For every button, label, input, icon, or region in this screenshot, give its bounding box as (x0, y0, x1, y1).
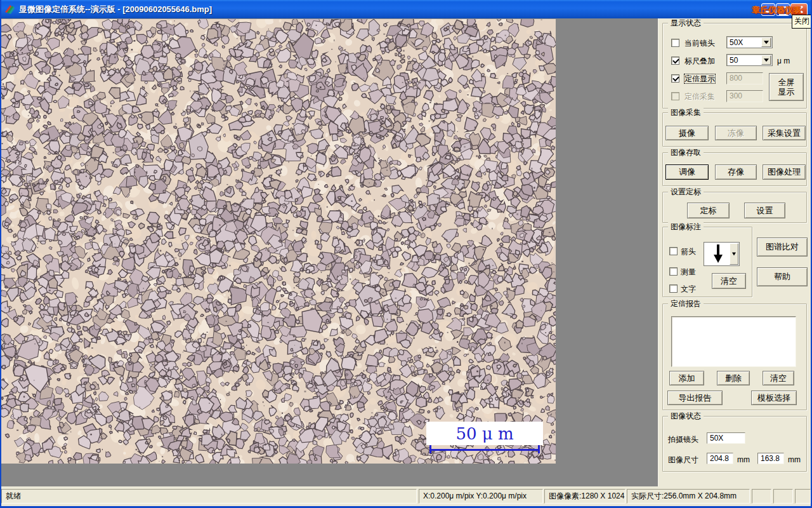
image-process-button[interactable]: 图像处理 (763, 164, 806, 180)
arrow-combo-dropdown-icon[interactable] (730, 243, 738, 265)
status-spare-3 (795, 489, 811, 504)
group-annotation: 图像标注 箭头 测量 文字 清空 (662, 227, 752, 297)
fullscreen-button[interactable]: 全屏 显示 (769, 73, 804, 101)
group-display-status: 显示状态 当前镜头 50X 标尺叠加 50 μ m 定倍显示 800 定倍采集 … (662, 23, 807, 109)
checkbox-fixed-display[interactable] (671, 74, 679, 83)
status-spare-1 (752, 489, 771, 504)
label-text: 文字 (681, 284, 696, 293)
checkbox-measure[interactable] (669, 267, 678, 276)
input-fixed-display: 800 (726, 72, 763, 84)
title-bar: 显微图像定倍系统--演示版 - [20090602055646.bmp] 章丘仪… (0, 0, 812, 18)
freeze-button: 冻像 (715, 126, 757, 140)
group-storage-label: 图像存取 (668, 148, 704, 157)
image-client-area: 50 μ m (1, 18, 658, 486)
scale-bar-text: 50 μ m (455, 424, 513, 443)
control-sidebar: 显示状态 当前镜头 50X 标尺叠加 50 μ m 定倍显示 800 定倍采集 … (658, 18, 811, 486)
combo-scale-dropdown-icon[interactable] (761, 55, 771, 65)
close-tooltip: 关闭 (792, 15, 812, 29)
group-annotation-label: 图像标注 (668, 222, 704, 231)
input-image-width: 204.8 (707, 453, 733, 464)
group-acquisition: 图像采集 摄像 冻像 采集设置 (662, 112, 807, 147)
status-ready: 就绪 (1, 489, 417, 504)
group-display-status-label: 显示状态 (668, 18, 704, 27)
report-delete-button[interactable]: 删除 (717, 371, 750, 385)
group-calibration-label: 设置定标 (668, 187, 704, 196)
arrow-style-combo[interactable] (704, 242, 740, 266)
scale-bar-tick-left (429, 445, 431, 453)
label-image-size: 图像尺寸 (668, 455, 698, 464)
width-unit-label: mm (737, 455, 750, 464)
checkbox-text[interactable] (669, 284, 678, 293)
export-report-button[interactable]: 导出报告 (667, 391, 723, 405)
load-image-button[interactable]: 调像 (665, 164, 709, 180)
label-fixed-display: 定倍显示 (684, 74, 715, 83)
acquisition-settings-button[interactable]: 采集设置 (763, 126, 806, 140)
status-pixel-scale: X:0.200μ m/pix Y:0.200μ m/pix (419, 489, 543, 504)
group-storage: 图像存取 调像 存像 图像处理 (662, 152, 807, 186)
label-fixed-capture: 定倍采集 (684, 92, 715, 101)
label-measure: 测量 (681, 267, 696, 276)
scale-unit-label: μ m (777, 57, 790, 65)
status-actual-size: 实际尺寸:256.0mm X 204.8mm (627, 489, 750, 504)
scale-bar-tick-right (538, 445, 540, 453)
down-arrow-icon (712, 243, 724, 265)
scale-bar-line (430, 449, 540, 451)
combo-current-lens-dropdown-icon[interactable] (761, 37, 771, 47)
report-add-button[interactable]: 添加 (669, 371, 704, 385)
app-window: 显微图像定倍系统--演示版 - [20090602055646.bmp] 章丘仪… (0, 0, 812, 508)
report-clear-button[interactable]: 清空 (763, 371, 794, 385)
annotation-clear-button[interactable]: 清空 (712, 273, 746, 289)
help-button[interactable]: 帮助 (757, 267, 808, 286)
save-image-button[interactable]: 存像 (715, 164, 757, 180)
status-bar: 就绪 X:0.200μ m/pix Y:0.200μ m/pix 图像像素:12… (0, 486, 812, 506)
combo-current-lens[interactable]: 50X (726, 36, 773, 48)
capture-button[interactable]: 摄像 (665, 126, 709, 140)
window-border-left (0, 0, 1, 508)
checkbox-scale-overlay[interactable] (671, 57, 679, 65)
combo-current-lens-value: 50X (730, 38, 743, 47)
checkbox-arrow[interactable] (669, 247, 678, 255)
scale-bar-overlay: 50 μ m (426, 422, 543, 445)
label-scale-overlay: 标尺叠加 (684, 57, 715, 65)
label-current-lens: 当前镜头 (684, 39, 715, 48)
group-image-status: 图像状态 拍摄镜头 50X 图像尺寸 204.8 mm 163.8 mm (662, 416, 807, 472)
group-report-label: 定倍报告 (668, 299, 704, 308)
template-select-button[interactable]: 模板选择 (751, 391, 797, 405)
height-unit-label: mm (788, 455, 801, 464)
group-calibration: 设置定标 定标 设置 (662, 192, 807, 223)
input-shooting-lens: 50X (707, 432, 745, 444)
checkbox-current-lens[interactable] (671, 39, 679, 47)
checkbox-fixed-capture (671, 92, 679, 100)
app-icon (4, 3, 15, 15)
group-report: 定倍报告 添加 删除 清空 导出报告 模板选择 (662, 304, 807, 410)
calibrate-button[interactable]: 定标 (687, 203, 730, 218)
label-shooting-lens: 拍摄镜头 (668, 435, 698, 444)
window-title: 显微图像定倍系统--演示版 - [20090602055646.bmp] (19, 0, 212, 18)
input-image-height: 163.8 (757, 453, 784, 464)
group-image-status-label: 图像状态 (668, 411, 704, 420)
status-image-pixels: 图像像素:1280 X 1024 (544, 489, 625, 504)
combo-scale-value[interactable]: 50 (726, 54, 773, 66)
calibration-settings-button[interactable]: 设置 (744, 203, 785, 218)
atlas-compare-button[interactable]: 图谱比对 (757, 237, 808, 257)
combo-scale-value-text: 50 (730, 56, 738, 65)
group-acquisition-label: 图像采集 (668, 108, 704, 117)
label-arrow: 箭头 (681, 247, 696, 256)
micrograph-canvas[interactable] (1, 19, 556, 464)
status-spare-2 (773, 489, 793, 504)
input-fixed-capture: 300 (726, 90, 763, 102)
report-listbox[interactable] (671, 316, 796, 367)
